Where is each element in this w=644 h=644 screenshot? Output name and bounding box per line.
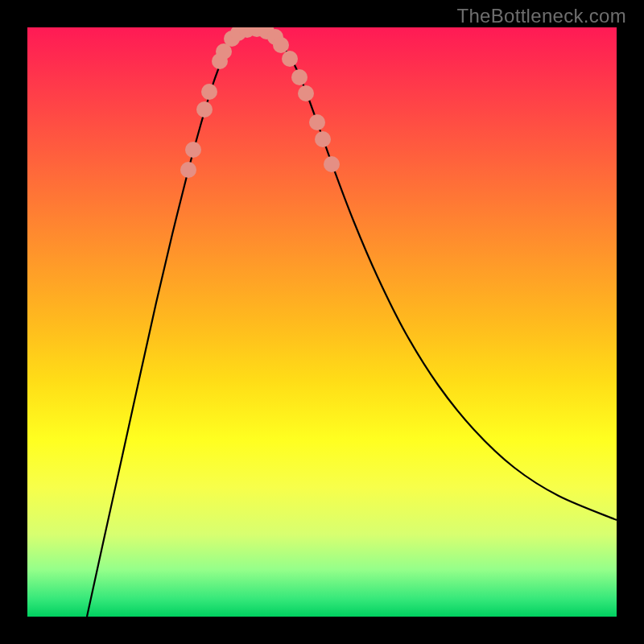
bottleneck-curve-path xyxy=(87,29,617,617)
chart-area xyxy=(27,27,617,617)
highlight-dot xyxy=(315,131,331,147)
highlight-dot xyxy=(291,69,308,85)
highlight-dot xyxy=(273,37,289,53)
highlight-dot xyxy=(185,142,201,158)
highlight-dot xyxy=(201,84,217,100)
highlight-dot xyxy=(196,101,213,118)
highlight-dot xyxy=(309,114,325,130)
watermark-label: TheBottleneck.com xyxy=(456,5,626,27)
highlight-dot xyxy=(180,162,196,178)
highlight-dot xyxy=(324,156,340,172)
bottleneck-curve xyxy=(87,29,617,617)
highlight-dot xyxy=(282,51,298,67)
highlight-dots xyxy=(180,27,340,178)
bottleneck-plot xyxy=(27,27,617,617)
highlight-dot xyxy=(298,85,314,101)
